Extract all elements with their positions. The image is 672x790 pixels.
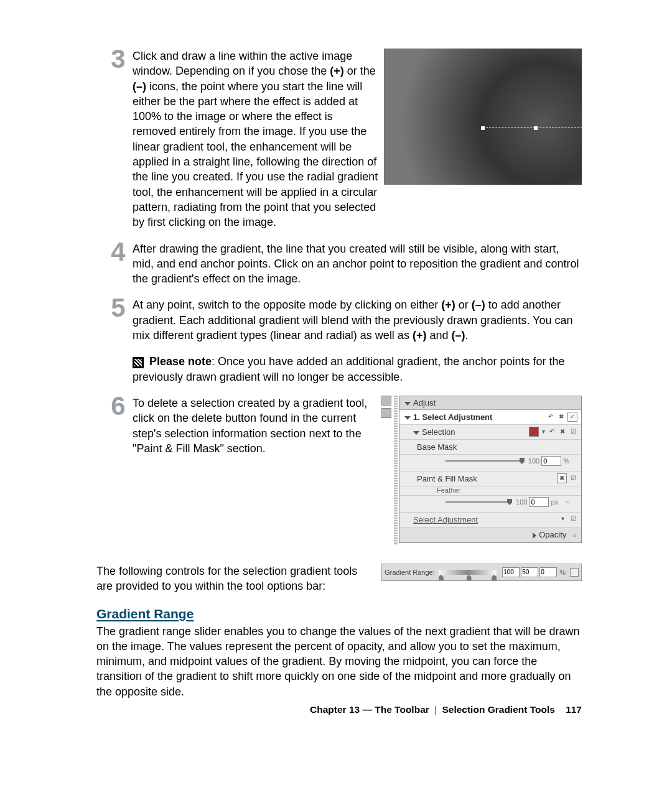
base-mask-label: Base Mask [417,442,457,452]
footer-subsection: Selection Gradient Tools [442,704,554,715]
step-number-5: 5 [109,295,128,321]
select-adjustment-section: 1. Select Adjustment ↶ ✖ ✓ [399,410,581,425]
slider-thumb-icon [492,575,497,580]
unit-label: % [563,457,569,465]
select-adjustment-label: 1. Select Adjustment [413,412,492,422]
text: . [465,329,468,342]
gradient-line-overlay [483,128,589,129]
step-3-body: Click and draw a line within the active … [133,49,379,230]
paint-fill-label: Paint & Fill Mask [417,474,477,483]
gradient-range-heading: Gradient Range [96,606,582,621]
selection-section: Selection ▾ ↶ ✖ ☑ [399,425,581,440]
slider-thumb-icon [507,499,512,505]
step-6-body: To delete a selection created by a gradi… [133,396,376,456]
disclosure-triangle-icon [533,532,536,539]
footer-separator: | [434,704,437,715]
checkbox-icon: ☑ [569,474,577,483]
note-icon [133,357,144,368]
delete-icon: ✖ [557,412,566,421]
text: At any point, switch to the opposite mod… [133,299,441,311]
panel-drag-strip [394,396,398,545]
slider-thumb-icon [520,458,525,464]
opacity-label: Opacity [539,530,566,539]
feather-slider-row: 100 px ○ [399,496,581,513]
gradient-range-slider [439,570,497,575]
step-number-4: 4 [109,239,128,265]
unit-label: % [559,569,566,576]
gr-value-input [539,567,557,577]
text: icons, the point where you start the lin… [133,80,378,229]
slider-right-label: 100 [516,498,527,506]
gr-value-input [521,567,538,577]
delete-icon: ✖ [558,427,567,436]
footer-page-number: 117 [566,704,582,715]
feather-label-row: Feather [399,486,581,496]
step-5: 5 At any point, switch to the opposite m… [109,297,582,343]
text: or the [344,65,376,77]
footer-chapter: Chapter 13 — The Toolbar [310,704,429,715]
gradient-example-image [384,49,582,185]
step-5-body: At any point, switch to the opposite mod… [133,297,582,343]
bold-plus: (+) [441,299,455,311]
bold-minus: (–) [133,80,146,93]
base-mask-row: Base Mask [399,440,581,455]
mask-swatch-icon [529,427,539,437]
bold-minus: (–) [472,299,485,311]
select-adjustment-link: Select Adjustment [413,515,478,524]
section-icons: ✖ ☑ [557,473,577,483]
adjust-panel-figure: Adjust 1. Select Adjustment ↶ ✖ ✓ Select… [381,396,582,545]
value-input [529,497,549,507]
text: or [455,299,472,311]
step-3-row: 3 Click and draw a line within the activ… [96,49,582,241]
revert-icon: ↶ [548,427,556,436]
select-adjustment-dropdown-row: Select Adjustment ▾ ☑ [399,513,581,527]
end-icon [570,568,579,577]
step-number-3: 3 [109,46,128,72]
section-icons: ▾ ↶ ✖ ☑ [529,427,577,437]
checkbox-icon: ☑ [569,514,577,523]
selection-label: Selection [422,427,455,437]
tool-options-intro-text: The following controls for the selection… [96,564,376,594]
step-4-body: After drawing the gradient, the line tha… [133,241,582,287]
step-6: 6 To delete a selection created by a gra… [109,396,376,456]
paint-fill-row: Paint & Fill Mask ✖ ☑ [399,472,581,486]
delete-icon: ✖ [557,473,567,483]
step-4: 4 After drawing the gradient, the line t… [109,241,582,287]
bold-plus: (+) [330,65,344,77]
text: Click and draw a line within the active … [133,50,352,77]
slider-track [446,460,523,462]
base-mask-slider-row: 100 % [399,455,581,472]
dropdown-icon: ▾ [541,427,546,436]
gradient-range-paragraph: The gradient range slider enables you to… [96,624,582,699]
adjust-panel-header: Adjust [399,396,581,410]
slider-track [446,501,510,503]
panel-title: Adjust [413,398,436,407]
gradient-range-toolbar: Gradient Range: % [381,564,582,581]
feather-label: Feather [437,486,460,494]
radio-icon: ○ [562,498,571,506]
dropdown-icon: ▾ [558,514,567,523]
disclosure-triangle-icon [404,402,411,406]
please-note-block: Please note: Once you have added an addi… [133,354,582,384]
panel-footer: Opacity ○ [399,527,581,542]
gradient-range-label: Gradient Range: [385,569,435,576]
bold-plus: (+) [413,329,427,342]
disclosure-triangle-icon [413,431,419,435]
step-number-6: 6 [109,393,128,419]
bold-minus: (–) [451,329,465,342]
panel-toolstrip-icons [381,396,393,421]
step-6-row: 6 To delete a selection created by a gra… [96,396,582,545]
revert-icon: ↶ [546,412,555,421]
section-icons: ↶ ✖ ✓ [546,412,577,422]
disclosure-triangle-icon [404,416,411,420]
note-label: Please note [149,355,212,368]
section-icons: ▾ ☑ [558,514,577,523]
checkbox-icon: ☑ [569,427,577,436]
page-footer: Chapter 13 — The Toolbar | Selection Gra… [310,704,582,715]
tool-options-intro-row: The following controls for the selection… [96,564,582,594]
slider-thumb-icon [439,575,444,580]
gr-value-input [502,567,520,577]
radio-icon: ○ [572,532,576,539]
value-input [541,456,561,466]
slider-thumb-icon [467,575,472,580]
